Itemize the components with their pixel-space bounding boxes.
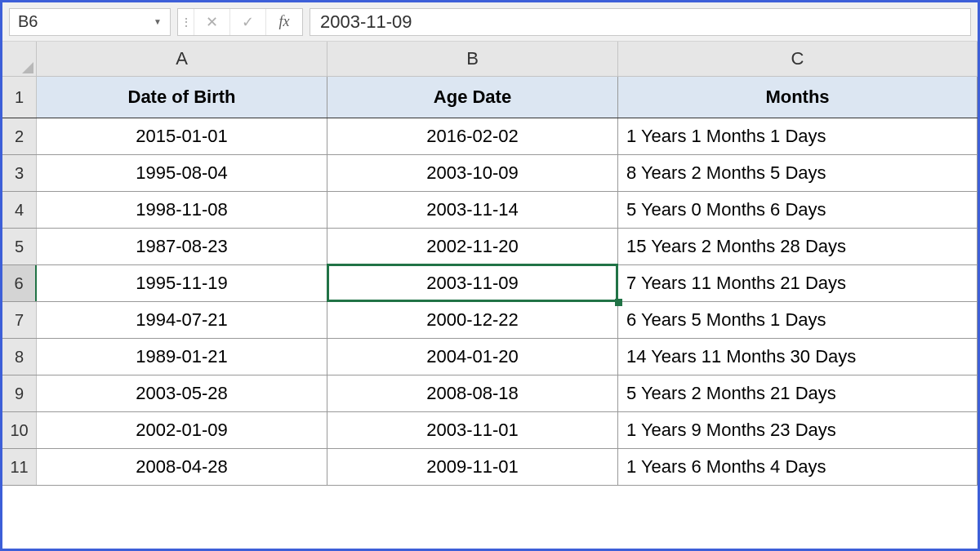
cell-C4[interactable]: 5 Years 0 Months 6 Days	[618, 192, 978, 228]
formula-value: 2003-11-09	[320, 11, 412, 33]
cell-A10[interactable]: 2002-01-09	[37, 412, 327, 448]
cell-B11[interactable]: 2009-11-01	[327, 449, 618, 485]
row-header-7[interactable]: 7	[2, 302, 37, 338]
row-header-3[interactable]: 3	[2, 155, 37, 191]
formula-fn-buttons: ⋮ ✕ ✓ fx	[177, 8, 303, 36]
cell-A3[interactable]: 1995-08-04	[37, 155, 327, 191]
cell-A4[interactable]: 1998-11-08	[37, 192, 327, 228]
table-row: 11 2008-04-28 2009-11-01 1 Years 6 Month…	[2, 449, 978, 486]
table-row: 7 1994-07-21 2000-12-22 6 Years 5 Months…	[2, 302, 978, 339]
cell-C11[interactable]: 1 Years 6 Months 4 Days	[618, 449, 978, 485]
cell-B8[interactable]: 2004-01-20	[327, 339, 618, 375]
cell-A2[interactable]: 2015-01-01	[37, 118, 327, 154]
table-row: 5 1987-08-23 2002-11-20 15 Years 2 Month…	[2, 229, 978, 265]
name-box-dropdown-icon[interactable]: ▼	[154, 17, 162, 26]
cell-B7[interactable]: 2000-12-22	[327, 302, 618, 338]
cell-C9[interactable]: 5 Years 2 Months 21 Days	[618, 375, 978, 411]
formula-input[interactable]: 2003-11-09	[310, 8, 971, 36]
cell-A6[interactable]: 1995-11-19	[37, 265, 327, 301]
cell-B10[interactable]: 2003-11-01	[327, 412, 618, 448]
cell-A5[interactable]: 1987-08-23	[37, 229, 327, 264]
header-date-of-birth[interactable]: Date of Birth	[37, 77, 327, 118]
row-header-10[interactable]: 10	[2, 412, 37, 448]
select-all-corner[interactable]	[2, 42, 37, 76]
cell-A8[interactable]: 1989-01-21	[37, 339, 327, 375]
col-header-A[interactable]: A	[37, 42, 327, 76]
cell-C10[interactable]: 1 Years 9 Months 23 Days	[618, 412, 978, 448]
row-header-6[interactable]: 6	[2, 265, 37, 301]
table-row: 9 2003-05-28 2008-08-18 5 Years 2 Months…	[2, 375, 978, 412]
row-header-8[interactable]: 8	[2, 339, 37, 375]
cell-B3[interactable]: 2003-10-09	[327, 155, 618, 191]
cell-C6[interactable]: 7 Years 11 Months 21 Days	[618, 265, 978, 301]
cell-A9[interactable]: 2003-05-28	[37, 375, 327, 411]
cell-B6[interactable]: 2003-11-09	[327, 265, 618, 301]
table-row: 8 1989-01-21 2004-01-20 14 Years 11 Mont…	[2, 339, 978, 375]
cell-C8[interactable]: 14 Years 11 Months 30 Days	[618, 339, 978, 375]
col-header-B[interactable]: B	[327, 42, 618, 76]
fx-icon[interactable]: fx	[266, 9, 302, 35]
row-header-4[interactable]: 4	[2, 192, 37, 228]
cell-A7[interactable]: 1994-07-21	[37, 302, 327, 338]
cell-C3[interactable]: 8 Years 2 Months 5 Days	[618, 155, 978, 191]
cell-B2[interactable]: 2016-02-02	[327, 118, 618, 154]
row-header-2[interactable]: 2	[2, 118, 37, 154]
header-months[interactable]: Months	[618, 77, 978, 118]
table-header-row: 1 Date of Birth Age Date Months	[2, 77, 978, 118]
row-header-9[interactable]: 9	[2, 375, 37, 411]
row-header-5[interactable]: 5	[2, 229, 37, 264]
cell-C5[interactable]: 15 Years 2 Months 28 Days	[618, 229, 978, 264]
row-header-11[interactable]: 11	[2, 449, 37, 485]
formula-bar: B6 ▼ ⋮ ✕ ✓ fx 2003-11-09	[2, 2, 978, 42]
row-header-1[interactable]: 1	[2, 77, 37, 118]
sheet-area: A B C 1 Date of Birth Age Date Months 2 …	[2, 42, 978, 486]
table-row: 10 2002-01-09 2003-11-01 1 Years 9 Month…	[2, 412, 978, 449]
cell-A11[interactable]: 2008-04-28	[37, 449, 327, 485]
name-box-value: B6	[18, 12, 38, 31]
column-headers: A B C	[2, 42, 978, 77]
fn-divider-icon: ⋮	[178, 9, 194, 35]
table-row: 3 1995-08-04 2003-10-09 8 Years 2 Months…	[2, 155, 978, 192]
cell-C7[interactable]: 6 Years 5 Months 1 Days	[618, 302, 978, 338]
enter-icon[interactable]: ✓	[230, 9, 266, 35]
cell-B5[interactable]: 2002-11-20	[327, 229, 618, 264]
cell-C2[interactable]: 1 Years 1 Months 1 Days	[618, 118, 978, 154]
header-age-date[interactable]: Age Date	[327, 77, 618, 118]
table-row: 4 1998-11-08 2003-11-14 5 Years 0 Months…	[2, 192, 978, 229]
table-row: 2 2015-01-01 2016-02-02 1 Years 1 Months…	[2, 118, 978, 155]
cell-B4[interactable]: 2003-11-14	[327, 192, 618, 228]
col-header-C[interactable]: C	[618, 42, 978, 76]
name-box[interactable]: B6 ▼	[9, 8, 171, 36]
svg-marker-0	[22, 62, 33, 73]
cancel-icon[interactable]: ✕	[194, 9, 230, 35]
table-row: 6 1995-11-19 2003-11-09 7 Years 11 Month…	[2, 265, 978, 302]
cell-B9[interactable]: 2008-08-18	[327, 375, 618, 411]
